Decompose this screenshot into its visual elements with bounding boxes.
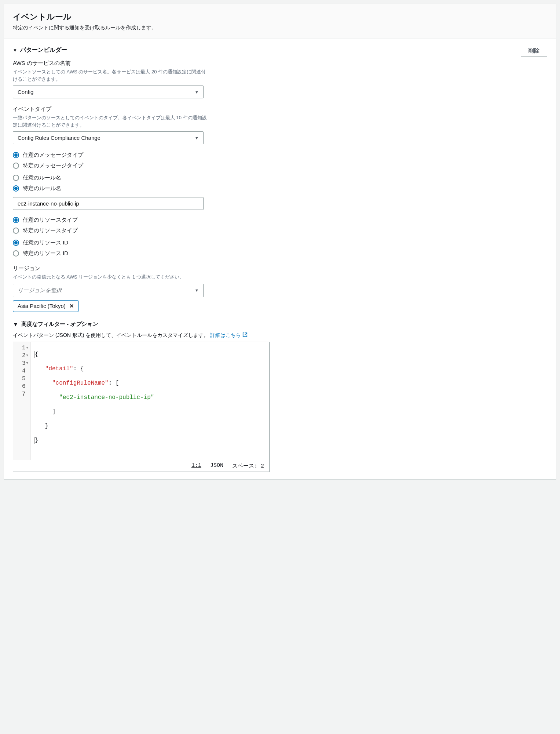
event-type-select-value: Config Rules Compliance Change (18, 135, 100, 141)
radio-label: 特定のルール名 (23, 185, 61, 192)
event-type-select[interactable]: Config Rules Compliance Change ▼ (13, 131, 204, 144)
external-link-icon (242, 332, 248, 338)
radio-specific-resource-type[interactable]: 特定のリソースタイプ (13, 227, 547, 234)
radio-selected-icon (13, 240, 19, 246)
gutter: 1▼ 2▼ 3▼ 4 5 6 7 (13, 342, 31, 460)
json-brace: } (34, 437, 39, 444)
radio-unselected-icon (13, 175, 19, 181)
line-number: 4 (22, 368, 26, 374)
radio-specific-resource-id[interactable]: 特定のリソース ID (13, 250, 547, 257)
panel-subtitle: 特定のイベントに関する通知を受け取るルールを作成します。 (13, 25, 547, 31)
pattern-builder-label: パターンビルダー (20, 46, 67, 54)
advanced-desc: イベントパターン (JSON 形式) を使用して、イベントルールをカスタマイズし… (13, 332, 210, 338)
caret-down-icon: ▼ (195, 288, 199, 292)
region-tag-label: Asia Pacific (Tokyo) (18, 303, 66, 309)
json-punct: : { (73, 366, 84, 372)
region-desc: イベントの発信元となる AWS リージョンを少なくとも 1 つ選択してください。 (13, 273, 207, 281)
region-label: リージョン (13, 265, 207, 272)
line-number: 1 (22, 345, 26, 351)
service-desc: イベントソースとしての AWS のサービス名。各サービスは最大 20 件の通知設… (13, 68, 207, 83)
radio-label: 特定のメッセージタイプ (23, 162, 83, 169)
radio-label: 任意のリソース ID (23, 239, 68, 246)
rule-name-input[interactable] (13, 197, 204, 210)
radio-specific-message-type[interactable]: 特定のメッセージタイプ (13, 162, 547, 169)
radio-label: 特定のリソースタイプ (23, 227, 78, 234)
radio-label: 任意のメッセージタイプ (23, 152, 83, 159)
panel-title: イベントルール (13, 11, 547, 22)
json-punct: : [ (109, 380, 119, 386)
service-label: AWS のサービスの名前 (13, 60, 207, 67)
line-number: 5 (22, 375, 26, 382)
radio-unselected-icon (13, 228, 19, 234)
language-mode[interactable]: JSON (210, 462, 223, 469)
advanced-filter-label: 高度なフィルター - (21, 321, 70, 327)
cursor-position[interactable]: 1:1 (191, 462, 201, 469)
json-punct: ] (52, 408, 56, 415)
json-key: "configRuleName" (52, 380, 109, 386)
json-punct: } (45, 423, 49, 429)
radio-any-resource-type[interactable]: 任意のリソースタイプ (13, 217, 547, 224)
indent-setting[interactable]: スペース: 2 (232, 462, 264, 469)
delete-button[interactable]: 削除 (521, 45, 547, 57)
service-select-value: Config (18, 89, 33, 95)
region-select[interactable]: リージョンを選択 ▼ (13, 284, 204, 297)
panel-header: イベントルール 特定のイベントに関する通知を受け取るルールを作成します。 (4, 4, 556, 39)
radio-any-rule-name[interactable]: 任意のルール名 (13, 174, 547, 181)
line-number: 3 (22, 360, 26, 367)
caret-down-icon: ▼ (195, 136, 199, 140)
json-key: "detail" (45, 366, 73, 372)
region-tag[interactable]: Asia Pacific (Tokyo) ✕ (13, 300, 79, 312)
radio-specific-rule-name[interactable]: 特定のルール名 (13, 185, 547, 192)
radio-any-message-type[interactable]: 任意のメッセージタイプ (13, 152, 547, 159)
json-editor[interactable]: 1▼ 2▼ 3▼ 4 5 6 7 { "detail": { "configRu… (13, 342, 270, 472)
radio-unselected-icon (13, 250, 19, 257)
json-brace: { (34, 351, 39, 358)
caret-down-icon: ▼ (13, 48, 17, 53)
fold-icon[interactable]: ▼ (26, 361, 28, 365)
line-number: 6 (22, 383, 26, 390)
radio-selected-icon (13, 152, 19, 158)
json-string: "ec2-instance-no-public-ip" (59, 394, 154, 401)
radio-label: 任意のリソースタイプ (23, 217, 78, 224)
advanced-filter-toggle[interactable]: ▼ 高度なフィルター - オプション (13, 321, 547, 328)
code-area[interactable]: { "detail": { "configRuleName": [ "ec2-i… (31, 342, 269, 460)
fold-icon[interactable]: ▼ (26, 354, 28, 357)
close-icon[interactable]: ✕ (69, 303, 74, 309)
line-number: 2 (22, 352, 26, 359)
line-number: 7 (22, 391, 26, 397)
event-rule-panel: イベントルール 特定のイベントに関する通知を受け取るルールを作成します。 削除 … (4, 4, 556, 480)
service-select[interactable]: Config ▼ (13, 86, 204, 98)
event-type-desc: 一致パターンのソースとしてのイベントのタイプ。各イベントタイプは最大 10 件の… (13, 114, 207, 128)
radio-label: 任意のルール名 (23, 174, 61, 181)
caret-down-icon: ▼ (13, 321, 18, 327)
fold-icon[interactable]: ▼ (26, 346, 28, 350)
advanced-filter-optional: オプション (70, 321, 98, 327)
radio-selected-icon (13, 185, 19, 192)
event-type-label: イベントタイプ (13, 106, 207, 113)
learn-more-label: 詳細はこちら (210, 332, 241, 339)
editor-status-bar: 1:1 JSON スペース: 2 (13, 460, 269, 472)
radio-any-resource-id[interactable]: 任意のリソース ID (13, 239, 547, 246)
radio-label: 特定のリソース ID (23, 250, 68, 257)
learn-more-link[interactable]: 詳細はこちら (210, 332, 248, 339)
region-placeholder: リージョンを選択 (18, 287, 62, 294)
pattern-builder-toggle[interactable]: ▼ パターンビルダー (13, 46, 547, 54)
radio-selected-icon (13, 217, 19, 223)
radio-unselected-icon (13, 163, 19, 169)
caret-down-icon: ▼ (195, 90, 199, 94)
